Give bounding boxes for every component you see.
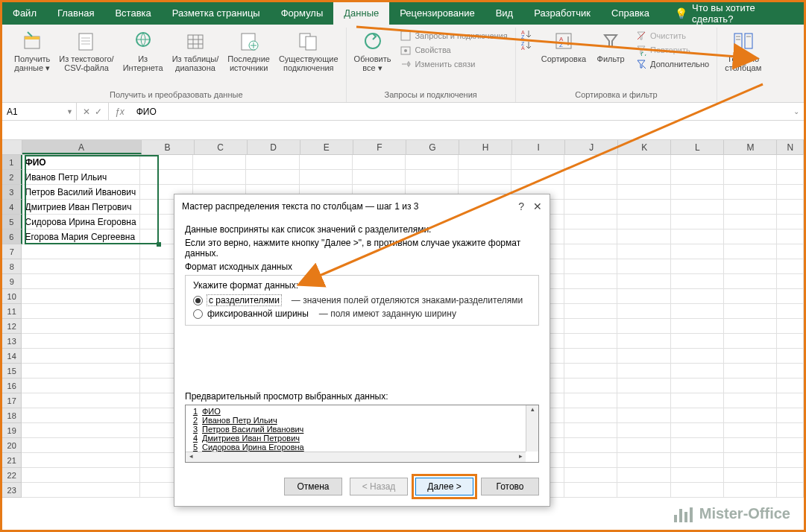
cell[interactable] — [777, 393, 804, 408]
cell[interactable] — [617, 379, 670, 393]
cell[interactable] — [724, 274, 777, 289]
radio-fixed-width[interactable] — [193, 309, 203, 319]
cell[interactable] — [671, 155, 724, 170]
row-header[interactable]: 12 — [2, 319, 22, 334]
row-header[interactable]: 9 — [2, 274, 22, 289]
cell[interactable] — [724, 170, 777, 185]
cell[interactable] — [777, 229, 804, 244]
menu-tab-рецензирование[interactable]: Рецензирование — [389, 2, 485, 25]
ribbon-small-button[interactable]: Повторить — [632, 43, 712, 57]
cell[interactable] — [777, 185, 804, 200]
row-header[interactable]: 4 — [2, 200, 22, 215]
cell[interactable] — [777, 319, 804, 334]
radio-fixed-width-label[interactable]: фиксированной ширины — [207, 308, 309, 319]
cell[interactable] — [564, 289, 617, 304]
cell[interactable] — [617, 289, 670, 304]
cell[interactable] — [724, 304, 777, 319]
cell[interactable] — [564, 170, 617, 185]
row-header[interactable]: 20 — [2, 438, 22, 453]
enter-icon[interactable]: ✓ — [95, 107, 102, 117]
row-header[interactable]: 15 — [2, 364, 22, 379]
cell[interactable] — [22, 349, 140, 364]
cell[interactable] — [564, 274, 617, 289]
row-header[interactable]: 10 — [2, 289, 22, 304]
cell[interactable] — [777, 453, 804, 468]
cell[interactable] — [22, 319, 140, 334]
cell[interactable] — [671, 393, 724, 408]
cell[interactable] — [777, 304, 804, 319]
cell[interactable] — [22, 408, 140, 423]
cell[interactable] — [777, 200, 804, 215]
cell[interactable] — [724, 483, 777, 498]
ribbon-button[interactable]: Из Интернета — [120, 28, 166, 74]
cell[interactable]: Сидорова Ирина Егоровна — [22, 215, 141, 229]
cell[interactable] — [671, 170, 724, 185]
cell[interactable] — [459, 155, 511, 170]
cell[interactable] — [724, 364, 777, 379]
ribbon-small-button[interactable]: Дополнительно — [632, 57, 712, 71]
cancel-button[interactable]: Отмена — [284, 478, 342, 495]
menu-tab-файл[interactable]: Файл — [2, 2, 47, 25]
cell[interactable] — [353, 170, 406, 185]
cell[interactable] — [671, 200, 724, 215]
row-header[interactable]: 6 — [2, 229, 22, 244]
column-header[interactable]: G — [406, 140, 459, 154]
cell[interactable] — [724, 215, 777, 229]
cell[interactable] — [671, 185, 724, 200]
column-header[interactable]: J — [565, 140, 618, 154]
fill-handle[interactable] — [157, 242, 161, 247]
cell[interactable] — [724, 423, 777, 438]
row-header[interactable]: 18 — [2, 408, 22, 423]
cell[interactable] — [22, 438, 140, 453]
column-header[interactable]: H — [459, 140, 512, 154]
ribbon-small-button[interactable]: Изменить связи — [397, 57, 510, 71]
cell[interactable]: Егорова Мария Сергеевна — [22, 229, 141, 244]
cell[interactable] — [724, 185, 777, 200]
menu-tab-вставка[interactable]: Вставка — [104, 2, 161, 25]
cell[interactable] — [564, 468, 617, 483]
ribbon-button[interactable]: Из текстового/ CSV-файла — [56, 28, 116, 74]
cell[interactable] — [777, 438, 804, 453]
row-header[interactable]: 17 — [2, 393, 22, 408]
cell[interactable] — [671, 334, 724, 349]
close-icon[interactable]: ✕ — [533, 200, 542, 212]
filter-button[interactable]: Фильтр — [592, 28, 629, 65]
cell[interactable] — [777, 379, 804, 393]
cell[interactable] — [777, 349, 804, 364]
menu-tab-справка[interactable]: Справка — [601, 2, 660, 25]
cell[interactable] — [671, 349, 724, 364]
cell[interactable] — [22, 244, 140, 259]
cell[interactable] — [617, 185, 670, 200]
cell[interactable] — [724, 289, 777, 304]
cell[interactable] — [777, 483, 804, 498]
cell[interactable] — [140, 155, 193, 170]
cell[interactable]: Дмитриев Иван Петрович — [22, 200, 141, 215]
cell[interactable] — [777, 274, 804, 289]
cell[interactable] — [22, 334, 140, 349]
sort-button[interactable]: AZ Сортировка — [538, 28, 589, 65]
row-header[interactable]: 2 — [2, 170, 22, 185]
cell[interactable] — [671, 274, 724, 289]
scrollbar-vertical[interactable]: ▴ — [526, 405, 538, 452]
cell[interactable] — [511, 155, 564, 170]
cell[interactable] — [564, 438, 617, 453]
cell[interactable]: Иванов Петр Ильич — [22, 170, 141, 185]
column-header[interactable]: E — [300, 140, 353, 154]
cell[interactable] — [564, 185, 617, 200]
fx-icon[interactable]: ƒx — [109, 103, 130, 120]
ribbon-button[interactable]: Получить данные ▾ — [11, 28, 53, 75]
cell[interactable] — [300, 155, 353, 170]
cell[interactable] — [777, 170, 804, 185]
row-header[interactable]: 22 — [2, 468, 22, 483]
cell[interactable] — [246, 155, 299, 170]
ribbon-button[interactable]: Последние источники — [224, 28, 273, 74]
cell[interactable] — [617, 259, 670, 274]
cell[interactable] — [777, 364, 804, 379]
cell[interactable] — [617, 423, 670, 438]
column-header[interactable]: B — [142, 140, 195, 154]
cell[interactable] — [671, 423, 724, 438]
cell[interactable] — [564, 259, 617, 274]
help-icon[interactable]: ? — [518, 200, 524, 212]
select-all-corner[interactable] — [2, 140, 22, 154]
cell[interactable] — [564, 215, 617, 229]
